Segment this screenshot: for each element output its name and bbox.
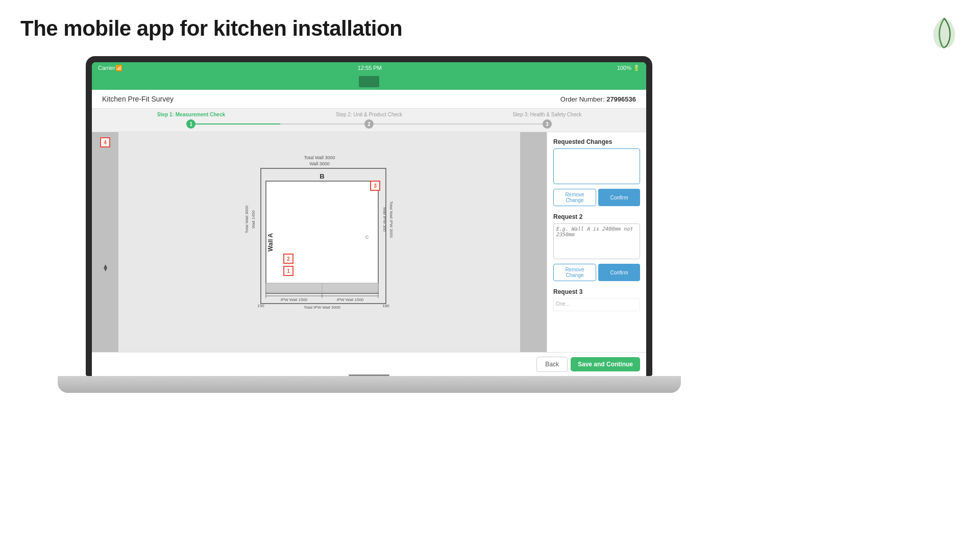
- request-3-section: Request 3 One...: [553, 288, 640, 311]
- svg-text:Wall IPW 300: Wall IPW 300: [382, 207, 387, 232]
- floorplan-container: Total Wall 3000 Wall 3000 B Wall A: [233, 153, 406, 332]
- laptop-base: [58, 376, 681, 393]
- qr-code: [359, 76, 379, 87]
- step-progress: Step 1: Measurement Check 1 Step 2: Unit…: [92, 109, 646, 132]
- time-label: 12:55 PM: [358, 65, 382, 71]
- step-2-line-right: [374, 123, 458, 124]
- step-1-label: Step 1: Measurement Check: [157, 112, 225, 117]
- app-header: [92, 73, 646, 90]
- svg-text:Total Wall IPW 3000: Total Wall IPW 3000: [389, 201, 394, 238]
- request-1-section: Requested Changes Remove Change Confirm: [553, 138, 640, 206]
- main-area: 4 ◀▶ Total Wall 3000 Wall 3000: [92, 132, 646, 352]
- svg-text:IPW Wall 1500: IPW Wall 1500: [336, 297, 363, 302]
- svg-text:Wall 1450: Wall 1450: [251, 210, 256, 228]
- requested-changes-title: Requested Changes: [553, 138, 640, 145]
- svg-text:150: 150: [257, 304, 264, 308]
- right-panel: [520, 132, 547, 352]
- laptop-frame: Carrier 📶 12:55 PM 100% 🔋 Kitchen Pre-Fi…: [86, 56, 652, 393]
- svg-text:Wall A: Wall A: [267, 233, 274, 251]
- carrier-label: Carrier: [98, 65, 115, 71]
- svg-text:Wall 3000: Wall 3000: [309, 161, 330, 166]
- marker-4: 4: [100, 137, 110, 147]
- request-2-title: Request 2: [553, 213, 640, 220]
- floorplan-area: Total Wall 3000 Wall 3000 B Wall A: [118, 132, 520, 352]
- svg-text:B: B: [320, 172, 324, 180]
- request-2-textarea[interactable]: [553, 223, 640, 259]
- floorplan-svg: Total Wall 3000 Wall 3000 B Wall A: [233, 153, 406, 332]
- step-3-circle: 3: [543, 119, 552, 129]
- request-3-preview: One...: [553, 298, 640, 311]
- step-2-label: Step 2: Unit & Product Check: [336, 112, 402, 117]
- svg-text:1: 1: [287, 268, 290, 274]
- arrows-indicator: ◀▶: [103, 264, 108, 271]
- remove-change-1-button[interactable]: Remove Change: [553, 189, 596, 206]
- svg-text:C: C: [365, 235, 369, 240]
- back-button[interactable]: Back: [536, 357, 568, 372]
- survey-title: Kitchen Pre-Fit Survey: [102, 95, 174, 103]
- save-continue-button[interactable]: Save and Continue: [571, 357, 640, 371]
- svg-text:2: 2: [287, 256, 290, 262]
- ios-status-bar: Carrier 📶 12:55 PM 100% 🔋: [92, 62, 646, 73]
- remove-change-2-button[interactable]: Remove Change: [553, 264, 596, 281]
- svg-text:Total Wall 3000: Total Wall 3000: [304, 155, 335, 160]
- confirm-1-button[interactable]: Confirm: [598, 189, 640, 206]
- battery-label: 100%: [617, 65, 631, 71]
- request-1-textarea[interactable]: [553, 148, 640, 184]
- wifi-icon: 📶: [115, 65, 122, 71]
- bottom-bar: Back Save and Continue: [92, 352, 646, 376]
- right-sidebar: Requested Changes Remove Change Confirm …: [547, 132, 646, 352]
- left-panel: 4 ◀▶: [92, 132, 118, 352]
- confirm-2-button[interactable]: Confirm: [598, 264, 640, 281]
- step-1-circle: 1: [186, 119, 195, 129]
- svg-text:3: 3: [374, 183, 377, 189]
- laptop-screen: Carrier 📶 12:55 PM 100% 🔋 Kitchen Pre-Fi…: [92, 62, 646, 376]
- request-2-section: Request 2 Remove Change Confirm: [553, 213, 640, 281]
- app-logo: [929, 14, 960, 45]
- laptop-bezel: Carrier 📶 12:55 PM 100% 🔋 Kitchen Pre-Fi…: [86, 56, 652, 376]
- svg-text:Total Wall 3000: Total Wall 3000: [244, 205, 249, 233]
- svg-text:Total IPW Wall 3000: Total IPW Wall 3000: [304, 305, 340, 310]
- step-3-group: Step 3: Health & Safety Check 3: [458, 112, 636, 129]
- request-2-buttons: Remove Change Confirm: [553, 264, 640, 281]
- step-2-line-left: [280, 123, 364, 124]
- step-2-group: Step 2: Unit & Product Check 2: [280, 112, 458, 129]
- step-1-group: Step 1: Measurement Check 1: [102, 112, 280, 129]
- page-title: The mobile app for kitchen installation: [20, 16, 402, 41]
- request-3-title: Request 3: [553, 288, 640, 295]
- svg-rect-3: [266, 181, 378, 293]
- svg-text:IPW Wall 1500: IPW Wall 1500: [280, 297, 307, 302]
- step-2-circle: 2: [364, 119, 374, 129]
- survey-header: Kitchen Pre-Fit Survey Order Number: 279…: [92, 90, 646, 109]
- battery-icon: 🔋: [633, 65, 640, 71]
- order-number: Order Number: 27996536: [560, 95, 636, 103]
- request-1-buttons: Remove Change Confirm: [553, 189, 640, 206]
- step-1-line: [195, 123, 280, 124]
- step-3-label: Step 3: Health & Safety Check: [512, 112, 581, 117]
- svg-text:180: 180: [382, 304, 389, 308]
- step-3-line: [458, 123, 542, 124]
